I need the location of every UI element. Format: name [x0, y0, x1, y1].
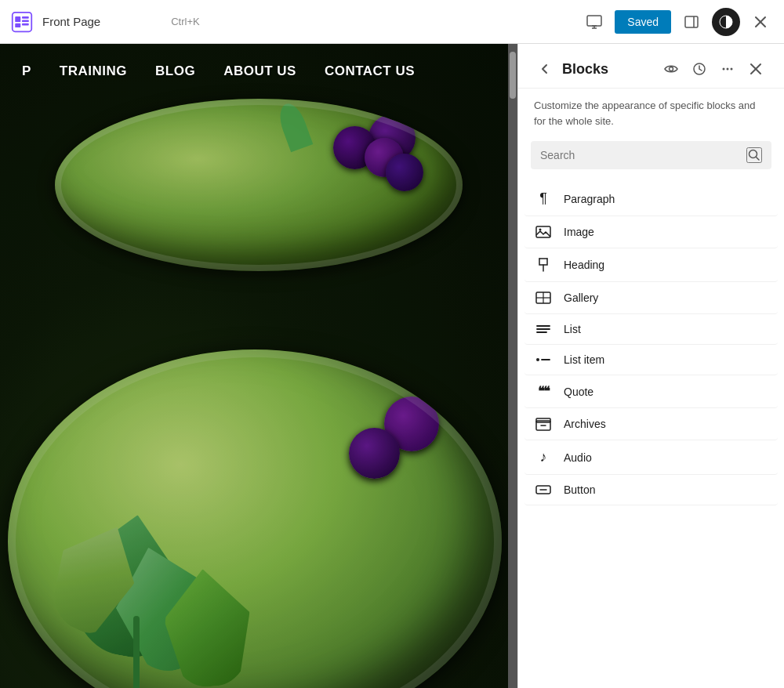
topbar: Front Page Ctrl+K Saved: [0, 0, 784, 44]
block-label-list: List: [564, 323, 581, 335]
glass-rim-top: [55, 99, 463, 271]
svg-rect-1: [15, 16, 20, 22]
panel-header-left: Blocks: [534, 58, 608, 80]
wordpress-logo: [9, 9, 34, 34]
canvas-nav: P TRAINING BLOG ABOUT US CONTACT US: [0, 44, 508, 99]
block-label-archives: Archives: [564, 418, 606, 430]
close-panel-button[interactable]: [743, 56, 768, 81]
svg-point-18: [727, 68, 729, 71]
svg-rect-2: [15, 23, 20, 27]
gallery-icon: [534, 291, 553, 305]
nav-item-contact[interactable]: CONTACT US: [310, 63, 429, 79]
block-label-heading: Heading: [564, 259, 604, 271]
block-label-button: Button: [564, 483, 595, 496]
svg-rect-5: [22, 23, 29, 25]
styles-panel: Blocks: [517, 44, 784, 688]
svg-rect-4: [22, 20, 29, 22]
svg-rect-6: [587, 16, 601, 26]
block-item-quote[interactable]: ❝❝ Quote: [524, 375, 778, 408]
svg-line-23: [757, 158, 760, 161]
eye-icon-button[interactable]: [659, 56, 684, 81]
smoothie-jar-top: [24, 91, 502, 271]
paragraph-icon: ¶: [534, 190, 553, 207]
close-button[interactable]: [746, 8, 775, 36]
list-icon: [534, 323, 553, 335]
search-area: [518, 141, 784, 182]
saved-button[interactable]: Saved: [615, 10, 671, 34]
panel-header: Blocks: [518, 44, 784, 89]
block-item-audio[interactable]: ♪ Audio: [524, 440, 778, 475]
panel-back-button[interactable]: [534, 58, 556, 80]
history-icon-button[interactable]: [687, 56, 712, 81]
topbar-left: Front Page Ctrl+K: [9, 9, 200, 34]
main-area: P TRAINING BLOG ABOUT US CONTACT US Bloc…: [0, 44, 784, 688]
search-input[interactable]: [540, 149, 740, 161]
block-item-list-item[interactable]: List item: [524, 345, 778, 375]
search-input-wrapper: [531, 141, 771, 169]
heading-icon: [534, 257, 553, 273]
canvas-background: P TRAINING BLOG ABOUT US CONTACT US: [0, 44, 517, 688]
quote-icon: ❝❝: [534, 384, 553, 399]
block-list: ¶ Paragraph Image: [518, 182, 784, 688]
canvas-area[interactable]: P TRAINING BLOG ABOUT US CONTACT US: [0, 44, 517, 688]
image-icon: [534, 225, 553, 239]
block-item-gallery[interactable]: Gallery: [524, 282, 778, 314]
audio-icon: ♪: [534, 449, 553, 465]
jar-top-body: [55, 99, 463, 271]
block-item-list[interactable]: List: [524, 314, 778, 345]
block-label-image: Image: [564, 226, 594, 238]
block-item-button[interactable]: Button: [524, 475, 778, 505]
block-label-paragraph: Paragraph: [564, 193, 615, 205]
svg-point-25: [539, 229, 542, 231]
dark-mode-button[interactable]: [712, 8, 740, 36]
svg-point-17: [723, 68, 725, 71]
svg-rect-3: [22, 16, 29, 19]
block-item-archives[interactable]: Archives: [524, 408, 778, 440]
nav-item-training[interactable]: TRAINING: [45, 63, 141, 79]
svg-point-19: [731, 68, 733, 71]
canvas-scrollbar[interactable]: [508, 44, 517, 688]
jar-bottom-body: [8, 349, 502, 688]
search-submit-button[interactable]: [746, 147, 762, 163]
panel-header-icons: [659, 56, 768, 81]
svg-point-32: [536, 358, 539, 361]
svg-rect-0: [13, 12, 32, 31]
svg-rect-10: [685, 16, 698, 27]
sidebar-toggle-button[interactable]: [677, 8, 706, 36]
more-options-button[interactable]: [715, 56, 740, 81]
nav-item-about[interactable]: ABOUT US: [209, 63, 310, 79]
block-label-gallery: Gallery: [564, 291, 598, 304]
block-item-paragraph[interactable]: ¶ Paragraph: [524, 182, 778, 216]
glass-rim-bottom: [8, 349, 502, 688]
block-label-quote: Quote: [564, 386, 593, 398]
panel-description: Customize the appearance of specific blo…: [518, 89, 784, 141]
desktop-view-button[interactable]: [580, 8, 608, 36]
block-label-audio: Audio: [564, 451, 592, 464]
page-title: Front Page: [42, 15, 100, 28]
topbar-right: Saved: [580, 8, 775, 36]
svg-rect-24: [536, 226, 550, 237]
svg-point-15: [670, 67, 673, 71]
panel-title: Blocks: [562, 61, 608, 78]
button-icon: [534, 484, 553, 495]
list-item-icon: [534, 354, 553, 365]
nav-item-p[interactable]: P: [8, 63, 45, 79]
block-label-list-item: List item: [564, 353, 604, 366]
block-item-heading[interactable]: Heading: [524, 248, 778, 282]
scrollbar-thumb[interactable]: [510, 52, 516, 99]
archives-icon: [534, 417, 553, 431]
keyboard-shortcut: Ctrl+K: [171, 16, 199, 27]
block-item-image[interactable]: Image: [524, 216, 778, 248]
nav-item-blog[interactable]: BLOG: [141, 63, 209, 79]
smoothie-jar-bottom: [8, 349, 502, 688]
